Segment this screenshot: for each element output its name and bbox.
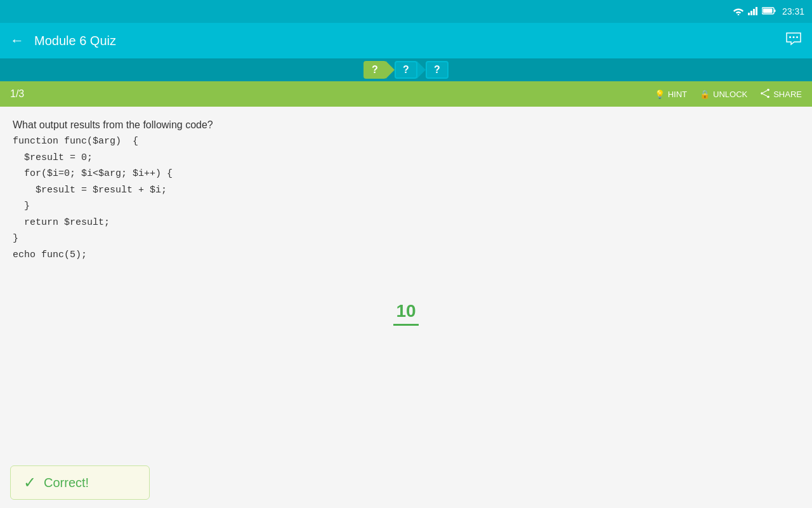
- chat-icon[interactable]: [785, 32, 802, 50]
- answer-area: 10: [13, 301, 799, 326]
- lock-icon: 🔒: [700, 90, 710, 99]
- share-label: SHARE: [773, 90, 802, 99]
- navbar: ← Module 6 Quiz: [0, 23, 812, 58]
- unlock-button[interactable]: 🔒 UNLOCK: [700, 90, 747, 99]
- hint-button[interactable]: 💡 HINT: [655, 90, 687, 99]
- svg-rect-9: [793, 36, 795, 38]
- svg-point-12: [761, 92, 763, 95]
- svg-rect-8: [789, 36, 791, 38]
- progress-step-2: ?: [395, 61, 426, 79]
- svg-point-0: [738, 13, 740, 15]
- svg-line-15: [763, 94, 768, 97]
- correct-check-icon: ✓: [23, 474, 36, 491]
- main-content: What output results from the following c…: [0, 107, 812, 457]
- battery-icon: [762, 7, 776, 17]
- step-label-3: ?: [434, 64, 440, 76]
- correct-text: Correct!: [44, 476, 89, 490]
- wifi-icon: [733, 6, 744, 17]
- svg-rect-7: [774, 10, 775, 12]
- svg-rect-2: [750, 11, 752, 15]
- page-title: Module 6 Quiz: [34, 34, 775, 48]
- signal-icon: [748, 6, 758, 17]
- share-button[interactable]: SHARE: [760, 88, 802, 100]
- bottom-area: ✓ Correct!: [0, 457, 812, 508]
- hint-label: HINT: [668, 90, 687, 99]
- unlock-label: UNLOCK: [713, 90, 747, 99]
- step-badge-2: ?: [395, 61, 417, 79]
- counter-bar: 1/3 💡 HINT 🔒 UNLOCK SHARE: [0, 81, 812, 107]
- svg-rect-1: [748, 13, 750, 15]
- svg-line-14: [763, 90, 768, 93]
- step-badge-1: ?: [363, 61, 386, 79]
- step-badge-3: ?: [426, 61, 449, 79]
- svg-rect-4: [756, 7, 757, 15]
- answer-value: 10: [393, 301, 419, 326]
- svg-point-11: [767, 88, 769, 91]
- progress-area: ? ? ?: [0, 58, 812, 81]
- svg-point-13: [767, 95, 769, 98]
- svg-rect-3: [753, 9, 755, 15]
- status-icons: 23:31: [733, 6, 804, 17]
- back-button[interactable]: ←: [10, 32, 24, 49]
- progress-step-1: ?: [363, 61, 395, 79]
- question-text: What output results from the following c…: [13, 119, 799, 131]
- counter-actions: 💡 HINT 🔒 UNLOCK SHARE: [655, 88, 802, 100]
- svg-rect-6: [763, 8, 772, 13]
- share-icon: [760, 88, 770, 100]
- svg-rect-10: [796, 36, 798, 38]
- step-label-2: ?: [403, 64, 409, 76]
- progress-step-3: ?: [426, 61, 449, 79]
- code-block: function func($arg) { $result = 0; for($…: [13, 133, 799, 263]
- status-bar: 23:31: [0, 0, 812, 23]
- hint-icon: 💡: [655, 90, 665, 99]
- step-arrow-2: [417, 61, 426, 79]
- time-display: 23:31: [782, 6, 804, 17]
- step-arrow-1: [386, 61, 395, 79]
- step-label-1: ?: [372, 64, 378, 76]
- correct-banner: ✓ Correct!: [10, 465, 150, 500]
- question-counter: 1/3: [10, 88, 24, 100]
